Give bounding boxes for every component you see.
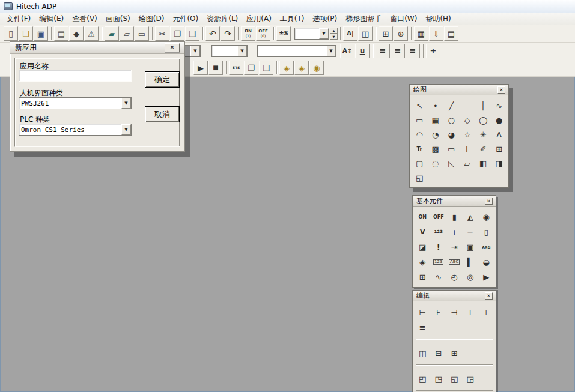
menu-item-ladder-helper[interactable]: 梯形图帮手 bbox=[341, 13, 386, 25]
snap-icon[interactable]: ⊕ bbox=[394, 26, 408, 41]
text-tool[interactable]: A bbox=[491, 127, 508, 142]
align-center-horizontal-icon[interactable]: ⊦ bbox=[431, 305, 447, 320]
compile-icon[interactable]: ◆ bbox=[69, 26, 84, 41]
increment-element[interactable]: + bbox=[446, 225, 463, 240]
filled-rect-tool[interactable]: ▦ bbox=[428, 113, 444, 127]
lamp-element[interactable]: ◉ bbox=[478, 210, 494, 225]
menu-item-object[interactable]: 元件(O) bbox=[168, 13, 202, 25]
numeric-entry-element[interactable]: 123 bbox=[431, 225, 447, 240]
menu-item-library[interactable]: 资源库(L) bbox=[202, 13, 242, 25]
menu-item-tool[interactable]: 工具(T) bbox=[276, 13, 309, 25]
group-shape-tool[interactable]: ◱ bbox=[412, 170, 428, 185]
lock-icon-1[interactable]: ◈ bbox=[279, 61, 294, 75]
meter-element[interactable]: ◒ bbox=[478, 255, 494, 270]
align-center-icon[interactable]: ≡ bbox=[391, 44, 405, 58]
arc-tool[interactable]: ◠ bbox=[412, 127, 428, 142]
decrement-element[interactable]: − bbox=[463, 225, 479, 240]
menu-item-edit[interactable]: 编辑(E) bbox=[35, 13, 68, 25]
menu-item-file[interactable]: 文件(F) bbox=[2, 13, 35, 25]
scale-tool[interactable]: ◺ bbox=[443, 156, 460, 170]
half-fill-left-tool[interactable]: ◧ bbox=[475, 156, 491, 170]
space-vertical-icon[interactable]: ◳ bbox=[431, 372, 447, 387]
grid-element[interactable]: ⊞ bbox=[415, 270, 431, 285]
draw-palette-titlebar[interactable]: 绘图 ✕ bbox=[410, 85, 508, 95]
alarm-display-element[interactable]: ! bbox=[431, 240, 447, 255]
clock-element[interactable]: ◴ bbox=[446, 270, 463, 285]
paste-screen-icon[interactable]: ❑ bbox=[259, 61, 273, 75]
dial-element[interactable]: ◎ bbox=[463, 270, 479, 285]
app-name-input[interactable] bbox=[19, 70, 132, 82]
filled-pie-tool[interactable]: ◕ bbox=[443, 127, 460, 142]
spin-up-icon[interactable]: ▲ bbox=[330, 28, 338, 34]
numeric-display-element[interactable]: 123 bbox=[431, 255, 447, 270]
status-icon[interactable]: STS bbox=[229, 61, 243, 75]
picture-icon[interactable]: ◫ bbox=[358, 26, 373, 41]
lock-icon-3[interactable]: ◉ bbox=[309, 61, 324, 75]
ok-button[interactable]: 确定 bbox=[145, 71, 180, 88]
table-tool[interactable]: ⊞ bbox=[491, 142, 508, 156]
same-height-icon[interactable]: ⊟ bbox=[431, 346, 447, 361]
new-file-icon[interactable]: ▯ bbox=[4, 26, 18, 41]
dialog-close-button[interactable]: ✕ bbox=[165, 43, 180, 52]
draw-palette-close-button[interactable]: ✕ bbox=[497, 86, 505, 94]
screen-button-element[interactable]: ◪ bbox=[415, 240, 431, 255]
playback-element[interactable]: ▶ bbox=[478, 270, 494, 285]
download-icon[interactable]: ⇩ bbox=[429, 26, 443, 41]
goto-screen-element[interactable]: ⇥ bbox=[446, 240, 463, 255]
menu-item-view[interactable]: 查看(V) bbox=[68, 13, 102, 25]
center-horizontal-icon[interactable]: ◱ bbox=[446, 372, 463, 387]
align-middle-vertical-icon[interactable]: ≡ bbox=[415, 320, 431, 335]
parallelogram-tool[interactable]: ▱ bbox=[460, 156, 476, 170]
cut-icon[interactable]: ✂ bbox=[155, 26, 169, 41]
state-value-combo[interactable]: ▼ bbox=[294, 28, 329, 40]
tile-windows-icon[interactable]: ▦ bbox=[414, 26, 428, 41]
center-vertical-icon[interactable]: ◲ bbox=[463, 372, 479, 387]
basic-palette-titlebar[interactable]: 基本元件 ✕ bbox=[413, 196, 496, 207]
off-button-element[interactable]: OFF bbox=[431, 210, 447, 225]
value-element[interactable]: V bbox=[415, 225, 431, 240]
font-size-icon[interactable]: A↕ bbox=[340, 44, 354, 58]
open-screen-icon[interactable]: ▱ bbox=[120, 26, 134, 41]
star-tool[interactable]: ☆ bbox=[460, 127, 476, 142]
toggle-element[interactable]: ◭ bbox=[463, 210, 479, 225]
bar-element[interactable]: ▮ bbox=[446, 210, 463, 225]
frame-tool[interactable]: ▭ bbox=[443, 142, 460, 156]
copy-screen-icon[interactable]: ❐ bbox=[244, 61, 258, 75]
edit-palette-close-button[interactable]: ✕ bbox=[485, 292, 493, 300]
dotted-rect-tool[interactable]: ◌ bbox=[428, 156, 444, 170]
vline-tool[interactable]: │ bbox=[475, 98, 491, 113]
hmi-combo-dropdown-button[interactable]: ▼ bbox=[121, 98, 131, 109]
style-combo-dropdown-button[interactable]: ▼ bbox=[237, 46, 247, 56]
alarm-icon[interactable]: ⚠ bbox=[84, 26, 99, 41]
off-state-button[interactable]: OFF (0) bbox=[256, 26, 270, 41]
same-size-icon[interactable]: ⊞ bbox=[446, 346, 463, 361]
basic-palette-close-button[interactable]: ✕ bbox=[485, 198, 493, 205]
state-combo-dropdown-button[interactable]: ▼ bbox=[319, 28, 329, 39]
copy-icon[interactable]: ❐ bbox=[170, 26, 184, 41]
menu-item-screen[interactable]: 画面(S) bbox=[102, 13, 135, 25]
save-file-icon[interactable]: ▣ bbox=[34, 26, 48, 41]
plc-combo-dropdown-button[interactable]: ▼ bbox=[121, 124, 131, 135]
hmi-type-combo[interactable]: PWS3261 ▼ bbox=[19, 97, 132, 109]
crosshair-icon[interactable]: + bbox=[426, 44, 440, 58]
style-combo[interactable]: ▼ bbox=[211, 45, 248, 57]
on-state-button[interactable]: ON (1) bbox=[241, 26, 255, 41]
menu-item-option[interactable]: 选项(P) bbox=[309, 13, 342, 25]
slider-element[interactable]: ▯ bbox=[478, 225, 494, 240]
run-icon[interactable]: ▶ bbox=[193, 61, 208, 75]
undo-icon[interactable]: ↶ bbox=[205, 26, 220, 41]
stop-icon[interactable]: ■ bbox=[208, 61, 223, 75]
cancel-button[interactable]: 取消 bbox=[145, 106, 180, 122]
align-right-edge-icon[interactable]: ⊣ bbox=[446, 305, 463, 320]
bitmap-tool[interactable]: ▩ bbox=[428, 142, 444, 156]
occluded-combo-dropdown-button[interactable]: ▼ bbox=[190, 46, 200, 56]
burst-tool[interactable]: ✳ bbox=[475, 127, 491, 142]
print-icon[interactable]: ▤ bbox=[444, 26, 458, 41]
spin-down-icon[interactable]: ▼ bbox=[330, 34, 338, 40]
space-horizontal-icon[interactable]: ◰ bbox=[415, 372, 431, 387]
truetype-text-tool[interactable]: Tr bbox=[412, 142, 428, 156]
menu-item-window[interactable]: 窗口(W) bbox=[386, 13, 421, 25]
lock-icon-2[interactable]: ◈ bbox=[294, 61, 309, 75]
align-top-edge-icon[interactable]: ⊤ bbox=[463, 305, 479, 320]
window-element[interactable]: ▣ bbox=[463, 240, 479, 255]
